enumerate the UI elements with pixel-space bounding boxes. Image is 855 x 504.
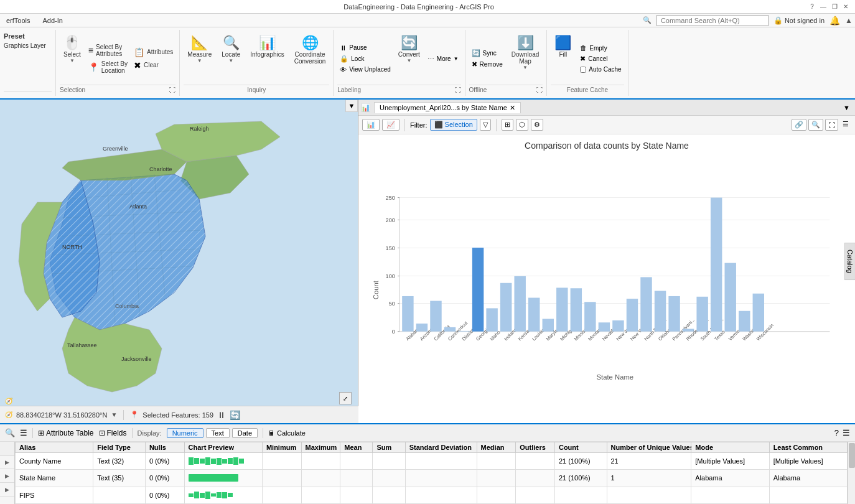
sync-button[interactable]: 🔄 Sync xyxy=(469,48,505,58)
bar-kansas[interactable] xyxy=(514,276,525,332)
bar-oklahoma[interactable] xyxy=(655,291,666,331)
menu-erfttools[interactable]: erfTools xyxy=(4,16,33,26)
chart-table-btn[interactable]: ⊞ xyxy=(502,119,513,131)
chart-type-bar-btn[interactable]: 📊 xyxy=(362,119,380,131)
notification-bell-icon[interactable]: 🔔 xyxy=(829,16,840,26)
bar-texas[interactable] xyxy=(711,198,722,332)
minimize-btn[interactable]: — xyxy=(819,2,828,11)
col-mode[interactable]: Mode xyxy=(691,442,769,453)
pause-button[interactable]: ⏸ Pause xyxy=(337,43,393,53)
attr-list-btn[interactable]: ☰ xyxy=(20,428,27,437)
more-button[interactable]: ⋯ More ▼ xyxy=(425,54,461,64)
view-unplaced-button[interactable]: 👁 View Unplaced xyxy=(337,65,393,75)
chart-bar-icon[interactable]: 📊 xyxy=(361,103,370,112)
bar-newyork[interactable] xyxy=(627,299,638,332)
col-least-common[interactable]: Least Common xyxy=(769,442,847,453)
table-scrollbar[interactable] xyxy=(848,442,855,504)
selection-filter-btn[interactable]: ⬛ Selection xyxy=(430,119,477,131)
empty-button[interactable]: 🗑 Empty xyxy=(577,43,624,53)
fields-btn[interactable]: ⊡ Fields xyxy=(99,429,127,437)
chart-filter-icon-btn[interactable]: ▽ xyxy=(480,119,491,131)
attribute-table-btn[interactable]: ⊞ Attribute Table xyxy=(38,429,94,437)
map-dropdown-btn[interactable]: ▼ xyxy=(345,100,358,112)
pause-sync-btn[interactable]: ⏸ xyxy=(217,410,226,420)
clear-button[interactable]: ✖ Clear xyxy=(131,59,175,72)
locate-button[interactable]: 🔍 Locate ▼ xyxy=(218,32,244,85)
bar-wisconsin[interactable] xyxy=(753,294,764,332)
bar-pennsylvania[interactable] xyxy=(668,296,680,332)
col-nulls[interactable]: Nulls xyxy=(145,442,184,453)
convert-button[interactable]: 🔄 Convert ▼ xyxy=(395,32,424,85)
chart-menu-btn[interactable]: ☰ xyxy=(840,119,851,131)
attr-search-btn[interactable]: 🔍 xyxy=(5,428,15,437)
attr-help-btn[interactable]: ? xyxy=(834,428,839,437)
select-by-attributes-button[interactable]: ≡ Select ByAttributes xyxy=(86,42,130,58)
infographics-button[interactable]: 📊 Infographics xyxy=(246,32,287,85)
menu-addin[interactable]: Add-In xyxy=(40,16,65,26)
col-maximum[interactable]: Maximum xyxy=(301,442,340,453)
bar-georgia[interactable] xyxy=(472,248,484,332)
col-mean[interactable]: Mean xyxy=(340,442,373,453)
col-std-dev[interactable]: Standard Deviation xyxy=(405,442,477,453)
col-field-type[interactable]: Field Type xyxy=(93,442,146,453)
bar-idaho[interactable] xyxy=(486,308,497,331)
bar-vermont[interactable] xyxy=(725,263,736,332)
restore-btn[interactable]: ❐ xyxy=(830,2,839,11)
bar-alabama[interactable] xyxy=(402,296,413,332)
date-tab[interactable]: Date xyxy=(232,428,258,438)
row-selector-2[interactable]: ▶ xyxy=(0,469,14,483)
bar-newjersey[interactable] xyxy=(612,320,624,332)
auto-cache-button[interactable]: Auto Cache xyxy=(577,65,624,74)
lock-button[interactable]: 🔒 Lock xyxy=(337,54,393,64)
cancel-button[interactable]: ✖ Cancel xyxy=(577,54,624,64)
bar-indiana[interactable] xyxy=(500,283,512,332)
attributes-button[interactable]: 📋 Attributes xyxy=(131,46,175,58)
numeric-tab[interactable]: Numeric xyxy=(167,428,203,438)
select-button[interactable]: 🖱️ Select ▼ xyxy=(60,32,85,85)
bar-louisiana[interactable] xyxy=(528,298,540,332)
refresh-btn[interactable]: 🔄 xyxy=(230,410,240,420)
chart-zoom-btn[interactable]: 🔍 xyxy=(808,119,823,131)
chart-dropdown-btn[interactable]: ▼ xyxy=(841,103,853,113)
bar-southdakota[interactable] xyxy=(696,297,708,332)
chart-zoom-link-btn[interactable]: 🔗 xyxy=(792,119,806,131)
col-sum[interactable]: Sum xyxy=(373,442,405,453)
catalog-tab[interactable]: Catalog xyxy=(844,243,855,280)
bar-michigan[interactable] xyxy=(556,287,568,331)
chevron-up-icon[interactable]: ▲ xyxy=(845,16,853,25)
col-count[interactable]: Count xyxy=(554,442,607,453)
auto-cache-checkbox[interactable] xyxy=(580,67,586,73)
bar-mississippi[interactable] xyxy=(571,288,582,331)
coordinate-dropdown-btn[interactable]: ▼ xyxy=(111,411,117,418)
bar-maryland[interactable] xyxy=(543,319,554,331)
bar-montana[interactable] xyxy=(584,302,596,331)
bar-northdakota[interactable] xyxy=(640,277,652,331)
chart-type-line-btn[interactable]: 📈 xyxy=(382,119,399,131)
col-chart-preview[interactable]: Chart Preview xyxy=(184,442,262,453)
help-btn[interactable]: ? xyxy=(808,2,816,11)
col-alias[interactable]: Alias xyxy=(16,442,93,453)
nav-mode-icon[interactable]: 🧭 xyxy=(5,411,12,418)
col-outliers[interactable]: Outliers xyxy=(516,442,555,453)
select-by-location-button[interactable]: 📍 Select ByLocation xyxy=(86,59,130,75)
fill-button[interactable]: 🟦 Fill xyxy=(551,32,575,85)
attr-menu-btn[interactable]: ☰ xyxy=(843,428,850,437)
command-search-input[interactable] xyxy=(656,15,769,26)
chart-settings-btn[interactable]: ⚙ xyxy=(531,119,543,131)
download-map-button[interactable]: ⬇️ DownloadMap ▼ xyxy=(508,32,543,85)
calculate-btn[interactable]: 🖩 Calculate xyxy=(268,429,306,437)
chart-fullscreen-btn[interactable]: ⛶ xyxy=(825,119,838,131)
coordinate-conversion-button[interactable]: 🌐 CoordinateConversion xyxy=(291,32,330,85)
close-btn[interactable]: ✕ xyxy=(841,2,850,11)
measure-button[interactable]: 📐 Measure ▼ xyxy=(184,32,215,85)
bar-california[interactable] xyxy=(430,301,441,332)
chart-tab[interactable]: Unemployment_April20...s by State Name ✕ xyxy=(374,102,521,113)
text-tab[interactable]: Text xyxy=(206,428,230,438)
col-minimum[interactable]: Minimum xyxy=(262,442,301,453)
row-selector-1[interactable]: ▶ xyxy=(0,455,14,469)
row-selector-3[interactable]: ▶ xyxy=(0,483,14,497)
col-median[interactable]: Median xyxy=(477,442,516,453)
col-unique-values[interactable]: Number of Unique Values xyxy=(607,442,691,453)
bar-washington[interactable] xyxy=(739,311,750,332)
chart-tab-close-icon[interactable]: ✕ xyxy=(510,104,515,112)
